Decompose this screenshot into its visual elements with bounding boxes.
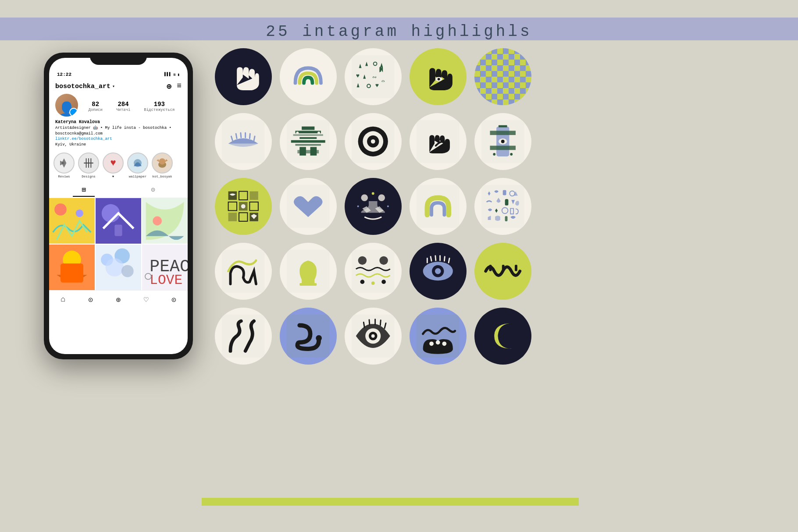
- time-display: 12:22: [57, 72, 71, 77]
- svg-rect-45: [293, 134, 323, 136]
- icon-arch: [410, 178, 467, 235]
- heart-nav-icon[interactable]: ♡: [144, 295, 149, 305]
- svg-point-2: [159, 159, 165, 165]
- grid-post-5[interactable]: [96, 245, 141, 290]
- svg-rect-44: [296, 131, 321, 134]
- svg-point-101: [380, 256, 388, 265]
- grid-post-2[interactable]: [96, 198, 141, 244]
- icon-wave-green: [474, 243, 531, 300]
- svg-point-85: [372, 192, 374, 195]
- tab-tagged[interactable]: ⊙: [142, 184, 164, 197]
- svg-point-100: [358, 256, 367, 265]
- grid-post-3[interactable]: [142, 198, 188, 244]
- profile-nav-icon[interactable]: ⊙: [171, 295, 176, 305]
- svg-text:♥: ♥: [375, 82, 379, 89]
- svg-line-110: [431, 257, 431, 261]
- following-count: 193: [144, 101, 175, 108]
- ig-bottom-nav: ⌂ ⊙ ⊕ ♡ ⊙: [49, 290, 188, 307]
- highlight-designs[interactable]: Designs: [78, 153, 99, 178]
- icon-face-pattern: [345, 178, 402, 235]
- icon-abstract-n: [215, 243, 272, 300]
- ig-post-grid: PEACE LOVE: [49, 198, 188, 290]
- ig-header-icons[interactable]: ⊕ ≡: [167, 82, 182, 91]
- svg-rect-92: [505, 199, 509, 206]
- svg-point-67: [493, 153, 496, 156]
- svg-rect-116: [489, 265, 492, 271]
- highlight-reviews[interactable]: Reviws: [53, 153, 75, 178]
- ig-header: bosotochka_art ▾ ⊕ ≡ 82: [49, 79, 188, 150]
- search-icon[interactable]: ⊙: [88, 295, 93, 305]
- bottom-decorative-bar: [202, 498, 579, 506]
- add-post-icon[interactable]: ⊕: [116, 295, 121, 305]
- svg-rect-48: [296, 144, 321, 146]
- icon-abstract-legs: [215, 308, 272, 365]
- svg-rect-73: [250, 192, 259, 200]
- grid-post-4[interactable]: [49, 245, 95, 290]
- icon-heart: [280, 178, 337, 235]
- bio-link[interactable]: linktr.ee/bosotochka_art: [55, 136, 182, 142]
- icon-eye-circle: [345, 113, 402, 170]
- svg-point-12: [153, 216, 162, 226]
- following-label: Відстежується: [144, 108, 175, 112]
- icon-hand-eye-2: [474, 113, 531, 170]
- svg-text:⌓: ⌓: [382, 79, 385, 85]
- icon-eye-open: [345, 308, 402, 365]
- phone-notch: [90, 53, 147, 65]
- highlight-wallpaper-label: wallpaper: [127, 175, 148, 178]
- svg-line-38: [241, 133, 241, 138]
- battery-icon: ▮: [178, 72, 180, 77]
- svg-rect-90: [503, 190, 506, 195]
- svg-point-108: [435, 268, 441, 274]
- svg-line-127: [369, 320, 370, 325]
- highlight-reviews-label: Reviws: [53, 175, 75, 178]
- ig-stats: 82 Дописи 284 Читачі 193 Відстежується: [82, 96, 182, 114]
- svg-rect-99: [352, 250, 395, 293]
- svg-text:♥: ♥: [356, 73, 360, 79]
- svg-point-84: [378, 195, 385, 202]
- svg-point-87: [387, 206, 389, 207]
- svg-point-52: [296, 132, 299, 135]
- svg-point-6: [54, 204, 67, 216]
- icon-aztec-pattern: [280, 113, 337, 170]
- highlight-kot-label: kot_bosyak: [152, 175, 173, 178]
- icons-grid: ♥ ∾ ♥ ⌓: [215, 48, 531, 365]
- icon-checker: [474, 48, 531, 105]
- svg-line-41: [254, 136, 255, 141]
- ig-stat-followers: 284 Читачі: [116, 101, 130, 112]
- svg-rect-47: [291, 140, 325, 143]
- svg-rect-94: [505, 216, 508, 221]
- bio-line2: bosctocnka@gmail.com: [55, 131, 182, 137]
- svg-point-125: [371, 334, 375, 338]
- icon-snake: [280, 308, 337, 365]
- svg-rect-135: [481, 315, 524, 358]
- grid-post-6[interactable]: PEACE LOVE: [142, 245, 188, 290]
- svg-line-40: [250, 134, 250, 138]
- icon-moon: [474, 308, 531, 365]
- ig-bio: Kateryna Kovalova Artist&designer 🤖 • My…: [55, 119, 182, 147]
- add-icon[interactable]: ⊕: [167, 82, 171, 91]
- svg-point-80: [241, 204, 246, 209]
- svg-point-133: [436, 340, 440, 345]
- ig-nav-tabs: ⊞ ⊙: [49, 181, 188, 198]
- icon-hand-five: [215, 48, 272, 105]
- tab-grid[interactable]: ⊞: [73, 184, 95, 197]
- highlight-wallpaper[interactable]: wallpaper: [127, 153, 148, 178]
- home-icon[interactable]: ⌂: [61, 295, 65, 305]
- svg-point-104: [382, 280, 386, 284]
- svg-rect-98: [304, 279, 313, 282]
- highlight-designs-label: Designs: [78, 175, 99, 178]
- icon-blob-face: [410, 308, 467, 365]
- grid-post-1[interactable]: [49, 198, 95, 244]
- menu-icon[interactable]: ≡: [177, 82, 182, 91]
- icon-hand-snake: [410, 113, 467, 170]
- highlight-kot[interactable]: kot_bosyak: [152, 153, 173, 178]
- highlight-heart-label: ♥: [103, 175, 124, 178]
- profile-name: Kateryna Kovalova: [55, 119, 182, 125]
- followers-label: Читачі: [116, 108, 130, 112]
- icon-pattern-circle: ♥ ∾ ♥ ⌓: [345, 48, 402, 105]
- svg-point-58: [371, 139, 375, 144]
- ig-highlights: Reviws Designs ♥ ♥: [49, 150, 188, 181]
- icon-hand-eye: [410, 48, 467, 105]
- svg-rect-10: [114, 225, 122, 236]
- highlight-heart[interactable]: ♥ ♥: [103, 153, 124, 178]
